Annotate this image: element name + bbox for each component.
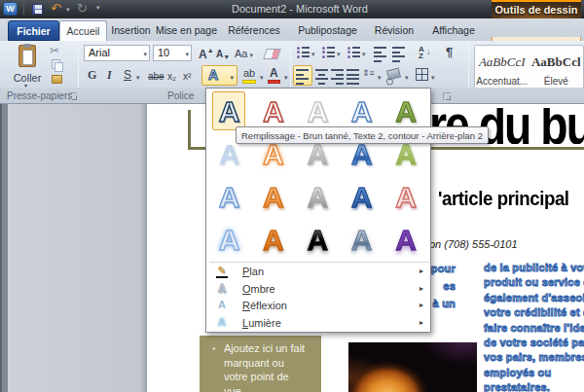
effect-letter: A xyxy=(307,226,328,255)
tab-références[interactable]: Références xyxy=(218,20,290,41)
effect-swatch-fill-orange-bevel[interactable]: A xyxy=(251,219,295,262)
borders-icon[interactable] xyxy=(416,68,428,81)
style-preview: AaBbCcl xyxy=(529,54,584,70)
menu-item-label: Lumière xyxy=(242,317,281,329)
body-line: de votre société par xyxy=(484,337,584,351)
body-line: produit ou service et xyxy=(484,276,584,291)
body-line: prestataires. xyxy=(484,381,584,392)
clear-formatting-icon[interactable] xyxy=(263,49,281,59)
copy-icon[interactable] xyxy=(52,59,60,69)
effect-swatch-outline-pink[interactable]: A xyxy=(384,176,428,219)
headline-box-border xyxy=(188,110,191,150)
undo-dropdown-icon[interactable]: ▾ xyxy=(66,6,70,14)
style-lev[interactable]: AaBbCclÉlevé xyxy=(529,46,584,88)
justify-icon[interactable] xyxy=(347,69,359,85)
ribbon-tab-row: FichierAccueilInsertionMise en pageRéfér… xyxy=(0,18,584,41)
tab-mise-en-page[interactable]: Mise en page xyxy=(155,20,218,41)
effect-letter: A xyxy=(219,183,240,212)
effect-swatch-outline-blue-soft[interactable]: A xyxy=(207,219,251,262)
cut-icon[interactable]: ✂ xyxy=(50,44,59,57)
body-line: de la publicité à votr xyxy=(484,262,584,276)
strikethrough-button[interactable]: abe xyxy=(148,71,164,82)
effect-swatch-gradient-silver[interactable]: A xyxy=(296,176,340,219)
tab-affichage[interactable]: Affichage xyxy=(423,20,484,41)
qat-separator xyxy=(23,3,24,15)
decrease-indent-icon[interactable] xyxy=(374,47,386,62)
effect-letter: A xyxy=(307,140,328,169)
effect-swatch-fill-slate-gloss[interactable]: A xyxy=(340,219,383,262)
line-spacing-icon[interactable]: ⇕≡ xyxy=(362,68,375,78)
tab-insertion[interactable]: Insertion xyxy=(107,20,155,41)
underline-button[interactable]: S xyxy=(124,68,131,82)
italic-button[interactable]: I xyxy=(107,68,112,83)
submenu-arrow-icon: ▸ xyxy=(420,284,423,293)
align-right-icon[interactable] xyxy=(331,69,344,85)
menu-item-plan[interactable]: ✎Plan▸ xyxy=(207,264,431,280)
qat-menu-icon[interactable]: ▾ xyxy=(96,4,100,12)
font-color-button[interactable]: A xyxy=(267,67,286,86)
window-edge xyxy=(0,104,8,392)
effect-swatch-outline-sky-blue[interactable]: A xyxy=(207,176,251,219)
effect-letter: A xyxy=(351,97,373,126)
text-effects-button[interactable]: A▾ xyxy=(201,65,237,86)
effect-swatch-fill-black-bevel[interactable]: A xyxy=(296,219,340,262)
body-line: également d'asseoir xyxy=(484,292,584,306)
menu-item-lumiere[interactable]: ALumière▸ xyxy=(207,315,431,332)
change-case-button[interactable]: Aa ▾ xyxy=(235,48,253,59)
tab-fichier[interactable]: Fichier xyxy=(8,20,59,41)
numbered-list-icon[interactable] xyxy=(322,47,335,57)
shrink-font-button[interactable]: A▼ xyxy=(216,49,230,60)
bold-button[interactable]: G xyxy=(88,68,96,83)
effect-letter: A xyxy=(395,140,417,169)
menu-item-reflexion[interactable]: ARéflexion▸ xyxy=(207,298,431,314)
article-body-text: de la publicité à votrproduit ou service… xyxy=(484,262,584,392)
tab-révision[interactable]: Révision xyxy=(365,20,423,41)
tab-publipostage[interactable]: Publipostage xyxy=(290,20,365,41)
effect-letter: A xyxy=(263,140,284,169)
superscript-button[interactable]: x² xyxy=(183,71,191,82)
multilevel-list-icon[interactable] xyxy=(347,47,360,57)
style-accentuat[interactable]: AaBbCcIAccentuat... xyxy=(475,46,529,88)
title-bar: W ↶ ▾ ↻ ▾ Document2 - Microsoft Word Out… xyxy=(0,0,584,18)
grow-font-button[interactable]: A▲ xyxy=(199,47,214,61)
redo-icon[interactable]: ↻ xyxy=(77,1,88,16)
sort-icon[interactable]: AZ xyxy=(419,46,424,59)
submenu-arrow-icon: ▸ xyxy=(420,267,423,275)
underline-dropdown-icon[interactable]: ▾ xyxy=(136,74,140,82)
menu-item-ombre[interactable]: AOmbre▸ xyxy=(207,281,431,298)
increase-indent-icon[interactable] xyxy=(392,47,405,62)
paragraph-dialog-launcher[interactable] xyxy=(443,92,451,100)
effect-swatch-fill-purple-reflect[interactable]: A xyxy=(384,219,428,262)
body-line: votre crédibilité et d xyxy=(484,306,584,321)
bullet-list-icon[interactable] xyxy=(297,47,310,57)
font-name-combo[interactable]: Arial▾ xyxy=(84,45,150,61)
window-title: Document2 - Microsoft Word xyxy=(232,3,368,15)
styles-gallery: AaBbCcIAccentuat...AaBbCclÉlevé xyxy=(474,45,584,89)
clipboard-icon xyxy=(18,45,36,67)
subscript-button[interactable]: x₂ xyxy=(167,71,176,82)
word-app-icon[interactable]: W xyxy=(3,2,18,16)
body-line: faire connaître l'iden xyxy=(484,322,584,337)
effect-letter: A xyxy=(219,97,240,126)
tab-accueil[interactable]: Accueil xyxy=(59,20,107,41)
shading-icon[interactable] xyxy=(386,67,401,80)
style-preview: AaBbCcI xyxy=(475,54,529,70)
effect-swatch-gradient-orange[interactable]: A xyxy=(251,176,295,219)
phone-line: on (708) 555-0101 xyxy=(429,238,518,250)
effect-letter: A xyxy=(219,226,240,255)
highlight-dropdown-icon[interactable]: ▾ xyxy=(260,74,264,82)
undo-icon[interactable]: ↶ xyxy=(51,1,61,16)
paste-button[interactable]: Coller ▾ xyxy=(8,44,47,86)
font-size-combo[interactable]: 10▾ xyxy=(153,45,192,61)
align-center-icon[interactable] xyxy=(315,69,328,85)
effect-swatch-fill-blue-bold[interactable]: A xyxy=(340,176,383,219)
effect-letter: A xyxy=(263,226,284,255)
text-effects-menu: AAAAAAAAAAAAAAAAAAAA ✎Plan▸AOmbre▸ARéfle… xyxy=(205,88,431,333)
font-color-dropdown-icon[interactable]: ▾ xyxy=(284,74,288,82)
menu-item-label: Réflexion xyxy=(242,300,287,311)
save-icon[interactable] xyxy=(32,4,43,15)
format-painter-icon[interactable] xyxy=(52,75,62,84)
clipboard-dialog-launcher[interactable] xyxy=(69,92,77,100)
body-line: vos pairs, membres, xyxy=(484,351,584,366)
show-formatting-marks-button[interactable]: ¶ xyxy=(446,45,453,59)
